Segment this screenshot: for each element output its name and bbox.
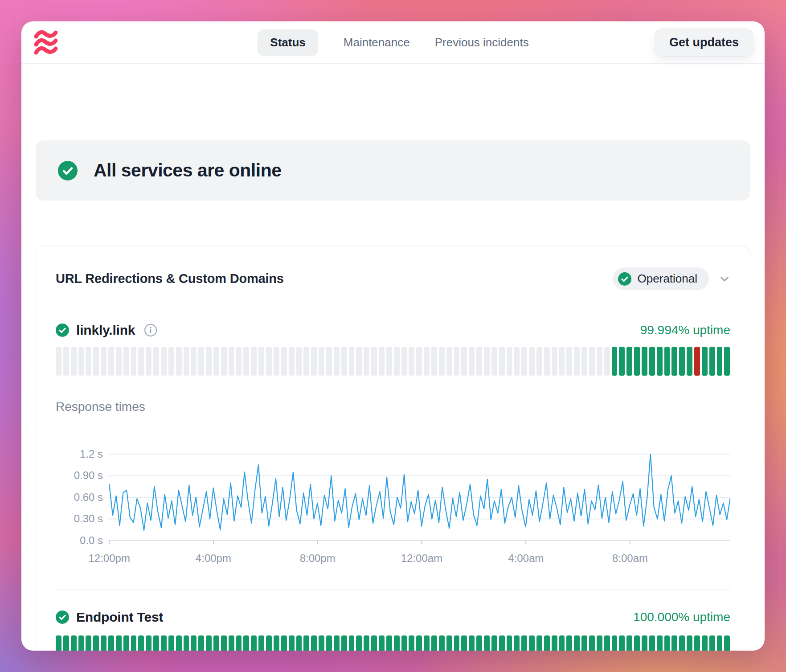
operational-badge[interactable]: Operational xyxy=(613,267,709,290)
uptime-bar[interactable] xyxy=(416,347,422,376)
uptime-bar[interactable] xyxy=(559,635,565,651)
uptime-bar[interactable] xyxy=(184,635,189,651)
uptime-bar[interactable] xyxy=(536,347,542,376)
uptime-bar[interactable] xyxy=(161,635,167,651)
uptime-bar[interactable] xyxy=(319,635,324,651)
uptime-bar[interactable] xyxy=(289,635,295,651)
uptime-bar[interactable] xyxy=(326,635,332,651)
uptime-bar[interactable] xyxy=(356,635,362,651)
uptime-bar[interactable] xyxy=(138,347,144,376)
uptime-bar[interactable] xyxy=(63,635,69,651)
uptime-bar[interactable] xyxy=(191,347,196,376)
uptime-bar[interactable] xyxy=(521,347,527,376)
uptime-bar[interactable] xyxy=(198,347,204,376)
uptime-bar[interactable] xyxy=(221,635,227,651)
uptime-bar[interactable] xyxy=(574,635,580,651)
uptime-bar[interactable] xyxy=(491,347,497,376)
uptime-bar[interactable] xyxy=(499,635,505,651)
uptime-bar[interactable] xyxy=(379,347,385,376)
uptime-bar[interactable] xyxy=(311,635,317,651)
uptime-bar[interactable] xyxy=(604,347,610,376)
uptime-bar[interactable] xyxy=(619,635,625,651)
uptime-bar[interactable] xyxy=(702,635,708,651)
uptime-bar[interactable] xyxy=(724,347,730,376)
uptime-history-bars[interactable] xyxy=(56,347,730,376)
uptime-bar[interactable] xyxy=(311,347,317,376)
uptime-bar[interactable] xyxy=(401,347,407,376)
tab-status[interactable]: Status xyxy=(257,29,318,56)
uptime-bar[interactable] xyxy=(108,347,114,376)
uptime-bar[interactable] xyxy=(198,635,204,651)
uptime-bar[interactable] xyxy=(671,347,677,376)
uptime-bar[interactable] xyxy=(687,635,692,651)
uptime-bar[interactable] xyxy=(176,347,182,376)
uptime-bar[interactable] xyxy=(604,635,610,651)
uptime-bar[interactable] xyxy=(619,347,625,376)
uptime-bar[interactable] xyxy=(364,635,369,651)
uptime-bar[interactable] xyxy=(184,347,189,376)
uptime-bar[interactable] xyxy=(258,347,264,376)
uptime-bar[interactable] xyxy=(454,635,460,651)
uptime-bar[interactable] xyxy=(266,347,272,376)
uptime-bar[interactable] xyxy=(679,347,685,376)
uptime-bar[interactable] xyxy=(657,347,663,376)
uptime-bar[interactable] xyxy=(243,347,249,376)
uptime-bar[interactable] xyxy=(454,347,460,376)
uptime-bar[interactable] xyxy=(93,347,99,376)
uptime-bar[interactable] xyxy=(289,347,295,376)
uptime-bar[interactable] xyxy=(484,635,490,651)
uptime-bar[interactable] xyxy=(724,635,730,651)
get-updates-button[interactable]: Get updates xyxy=(655,29,753,57)
uptime-bar[interactable] xyxy=(153,347,159,376)
uptime-bar[interactable] xyxy=(507,347,512,376)
uptime-bar[interactable] xyxy=(469,635,475,651)
uptime-bar[interactable] xyxy=(529,635,535,651)
uptime-bar[interactable] xyxy=(544,635,550,651)
uptime-bar[interactable] xyxy=(168,635,174,651)
uptime-bar[interactable] xyxy=(642,635,647,651)
uptime-bar[interactable] xyxy=(108,635,114,651)
uptime-bar[interactable] xyxy=(626,635,632,651)
uptime-bar[interactable] xyxy=(161,347,167,376)
uptime-bar[interactable] xyxy=(86,347,91,376)
uptime-bar[interactable] xyxy=(514,347,520,376)
uptime-bar[interactable] xyxy=(709,635,715,651)
uptime-bar[interactable] xyxy=(146,635,151,651)
uptime-bar[interactable] xyxy=(221,347,227,376)
uptime-bar[interactable] xyxy=(71,347,77,376)
uptime-bar[interactable] xyxy=(349,347,355,376)
uptime-bar[interactable] xyxy=(634,347,640,376)
uptime-bar[interactable] xyxy=(566,635,572,651)
uptime-bar[interactable] xyxy=(86,635,91,651)
response-time-chart[interactable]: 0.0 s0.30 s0.60 s0.90 s1.2 s12:00pm4:00p… xyxy=(56,428,730,575)
uptime-bar[interactable] xyxy=(243,635,249,651)
tab-maintenance[interactable]: Maintenance xyxy=(344,36,410,49)
uptime-bar[interactable] xyxy=(476,347,482,376)
uptime-bar[interactable] xyxy=(258,635,264,651)
uptime-bar[interactable] xyxy=(146,347,151,376)
uptime-bar[interactable] xyxy=(251,635,257,651)
uptime-bar[interactable] xyxy=(371,347,377,376)
uptime-bar[interactable] xyxy=(379,635,385,651)
uptime-bar[interactable] xyxy=(326,347,332,376)
uptime-bar[interactable] xyxy=(386,347,392,376)
uptime-bar[interactable] xyxy=(612,635,618,651)
uptime-bar[interactable] xyxy=(123,635,129,651)
uptime-bar[interactable] xyxy=(559,347,565,376)
uptime-bar[interactable] xyxy=(176,635,182,651)
uptime-bar[interactable] xyxy=(416,635,422,651)
uptime-bar[interactable] xyxy=(597,635,602,651)
uptime-bar[interactable] xyxy=(213,635,219,651)
uptime-bar[interactable] xyxy=(63,347,69,376)
logo-link[interactable] xyxy=(33,30,59,55)
uptime-bar[interactable] xyxy=(461,635,467,651)
uptime-bar[interactable] xyxy=(281,347,287,376)
uptime-bar[interactable] xyxy=(424,347,430,376)
uptime-bar[interactable] xyxy=(409,635,414,651)
uptime-bar[interactable] xyxy=(446,635,452,651)
uptime-bar[interactable] xyxy=(581,635,587,651)
uptime-bar[interactable] xyxy=(581,347,587,376)
uptime-bar[interactable] xyxy=(394,635,400,651)
uptime-bar[interactable] xyxy=(274,635,279,651)
uptime-bar[interactable] xyxy=(664,635,670,651)
